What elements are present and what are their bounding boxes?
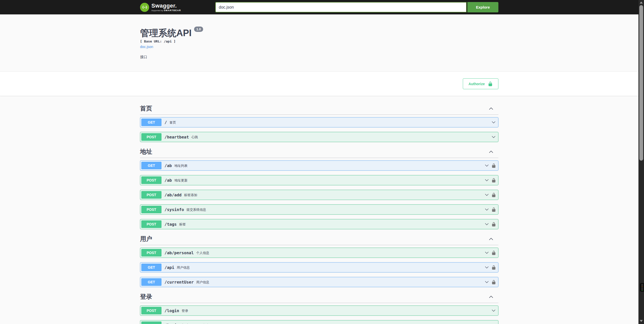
api-title: 管理系统API	[140, 28, 192, 38]
operation-path: /tags	[162, 222, 179, 227]
chevron-down-icon[interactable]	[490, 120, 497, 125]
operation-path: /sysinfo	[162, 207, 186, 212]
minimap-widget[interactable]	[640, 283, 644, 292]
chevron-down-icon[interactable]	[483, 163, 490, 168]
operation-row: GET /currentUser 用户信息	[140, 277, 498, 287]
chevron-down-icon[interactable]	[490, 323, 497, 324]
open-lock-icon[interactable]	[490, 250, 497, 255]
swagger-ui-page: {⋯} Swagger. Supported by SMARTBEAR Expl…	[0, 0, 638, 324]
scheme-container: Authorize	[0, 72, 638, 96]
operation-row: POST /ab/add 标签添加	[140, 190, 498, 200]
operation-description: 首页	[170, 120, 490, 125]
scrollbar-thumb[interactable]	[639, 5, 643, 161]
operation-summary[interactable]: POST /heartbeat 心跳	[140, 132, 498, 142]
operation-summary[interactable]: POST /sysinfo 提交系统信息	[140, 205, 498, 214]
open-lock-icon[interactable]	[490, 207, 497, 212]
tag-section: 用户 POST /ab/personal 个人信息 GET /api 用户信息	[140, 234, 498, 287]
operation-path: /currentUser	[162, 280, 196, 285]
chevron-up-icon[interactable]	[488, 236, 494, 242]
method-badge: POST	[141, 176, 162, 184]
chevron-down-icon[interactable]	[483, 222, 490, 227]
tag-section: 地址 GET /ab 地址列表 POST /ab 地址更新	[140, 147, 498, 229]
operation-description: 提交系统信息	[186, 207, 483, 212]
operation-path: /ab/add	[162, 193, 184, 197]
operation-summary[interactable]: POST /loginstatus 登录状态	[140, 320, 498, 324]
operation-summary[interactable]: POST /tags 标签	[140, 219, 498, 229]
chevron-down-icon[interactable]	[483, 192, 490, 197]
operation-summary[interactable]: GET /currentUser 用户信息	[140, 277, 498, 287]
operation-summary[interactable]: GET /ab 地址列表	[140, 161, 498, 170]
tag-header[interactable]: 地址	[140, 147, 498, 158]
open-lock-icon	[488, 81, 493, 86]
operation-row: POST /ab/personal 个人信息	[140, 248, 498, 258]
scrollbar-up-arrow-icon[interactable]	[640, 2, 643, 4]
spec-url-form: Explore	[215, 2, 498, 12]
tag-section: 首页 GET / 首页 POST /heartbeat 心跳	[140, 103, 498, 142]
chevron-up-icon[interactable]	[488, 106, 494, 111]
chevron-down-icon[interactable]	[483, 265, 490, 270]
operation-row: GET /api 用户信息	[140, 262, 498, 272]
open-lock-icon[interactable]	[490, 193, 497, 197]
method-badge: POST	[141, 307, 162, 314]
chevron-down-icon[interactable]	[490, 308, 497, 313]
tag-title: 登录	[140, 293, 152, 300]
spec-url-input[interactable]	[215, 2, 467, 12]
api-description: 接口	[140, 55, 498, 59]
open-lock-icon[interactable]	[490, 178, 497, 183]
logo-subtitle: Supported by SMARTBEAR	[151, 9, 181, 12]
method-badge: POST	[141, 321, 162, 324]
operation-path: /login	[162, 308, 182, 313]
tag-header[interactable]: 登录	[140, 292, 498, 303]
chevron-down-icon[interactable]	[483, 280, 490, 285]
operation-row: GET /ab 地址列表	[140, 160, 498, 171]
method-badge: POST	[141, 220, 162, 228]
operation-summary[interactable]: POST /ab/add 标签添加	[140, 190, 498, 200]
spec-link[interactable]: doc.json	[140, 45, 153, 49]
explore-button[interactable]: Explore	[467, 2, 498, 12]
api-info-section: 管理系统API1.0 [ Base URL: /api ] doc.json 接…	[0, 14, 638, 72]
operation-summary[interactable]: GET /api 用户信息	[140, 263, 498, 272]
open-lock-icon[interactable]	[490, 280, 497, 285]
open-lock-icon[interactable]	[490, 265, 497, 270]
operation-summary[interactable]: POST /login 登录	[140, 306, 498, 315]
operation-description: 地址更新	[174, 178, 483, 183]
swagger-logo[interactable]: {⋯} Swagger. Supported by SMARTBEAR	[140, 3, 181, 12]
operation-summary[interactable]: POST /ab 地址更新	[140, 175, 498, 185]
tag-section: 登录 POST /login 登录 POST /loginstatus 登录状态	[140, 292, 498, 324]
tag-header[interactable]: 用户	[140, 234, 498, 245]
operation-path: /ab/personal	[162, 250, 196, 255]
logo-title: Swagger.	[151, 3, 181, 9]
scrollbar-down-arrow-icon[interactable]	[640, 320, 643, 322]
open-lock-icon[interactable]	[490, 163, 497, 168]
chevron-down-icon[interactable]	[483, 178, 490, 183]
authorize-button[interactable]: Authorize	[463, 78, 498, 89]
chevron-down-icon[interactable]	[483, 250, 490, 255]
operation-row: GET / 首页	[140, 117, 498, 127]
operation-summary[interactable]: POST /ab/personal 个人信息	[140, 248, 498, 258]
operation-description: 用户信息	[177, 265, 483, 270]
operation-path: /ab	[162, 163, 174, 168]
method-badge: GET	[141, 162, 162, 169]
operation-summary[interactable]: GET / 首页	[140, 118, 498, 127]
operation-row: POST /login 登录	[140, 306, 498, 316]
operation-path: /heartbeat	[162, 135, 191, 140]
method-badge: GET	[141, 119, 162, 126]
chevron-up-icon[interactable]	[488, 149, 494, 154]
chevron-down-icon[interactable]	[483, 207, 490, 212]
chevron-up-icon[interactable]	[488, 294, 494, 299]
tag-title: 首页	[140, 105, 152, 112]
method-badge: POST	[141, 191, 162, 199]
open-lock-icon[interactable]	[490, 222, 497, 227]
scrollbar[interactable]	[638, 0, 644, 324]
tag-header[interactable]: 首页	[140, 103, 498, 115]
operation-description: 标签添加	[184, 193, 483, 197]
operation-description: 标签	[179, 222, 483, 227]
method-badge: GET	[141, 278, 162, 286]
operation-row: POST /heartbeat 心跳	[140, 132, 498, 142]
operation-row: POST /tags 标签	[140, 219, 498, 229]
tag-title: 地址	[140, 148, 152, 155]
tag-title: 用户	[140, 235, 152, 242]
chevron-down-icon[interactable]	[490, 134, 497, 140]
operation-path: /	[162, 120, 170, 125]
operation-description: 地址列表	[174, 163, 483, 168]
